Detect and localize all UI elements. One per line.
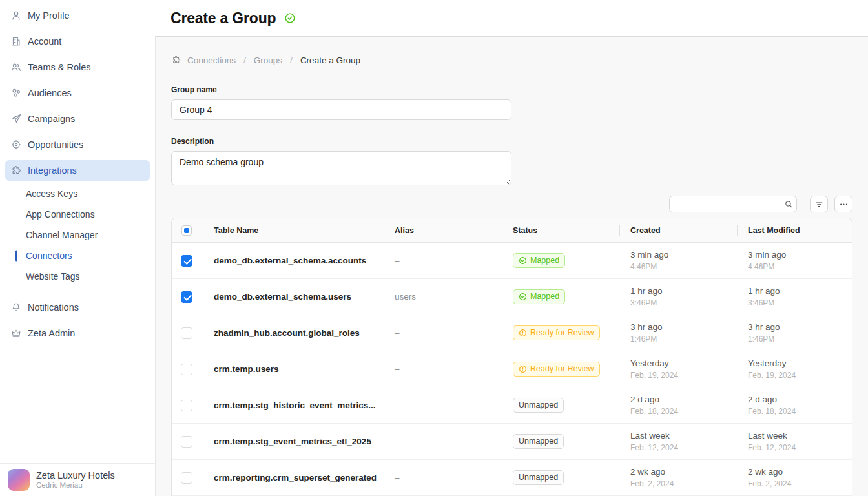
row-checkbox[interactable] bbox=[181, 291, 192, 303]
row-checkbox[interactable] bbox=[181, 327, 192, 339]
table-row[interactable]: crm.temp.stg_event_metrics_etl_2025 – Un… bbox=[172, 424, 852, 460]
row-checkbox[interactable] bbox=[181, 400, 192, 411]
created-cell: 1 hr ago 3:46PM bbox=[619, 286, 737, 307]
description-textarea[interactable]: Demo schema group bbox=[171, 151, 512, 185]
sidebar-item-label: Integrations bbox=[28, 165, 77, 176]
modified-absolute: Feb. 2, 2024 bbox=[748, 479, 852, 488]
bell-icon bbox=[10, 302, 22, 313]
row-checkbox[interactable] bbox=[181, 436, 192, 448]
table-row[interactable]: zhadmin_hub.account.global_roles – Ready… bbox=[172, 315, 852, 351]
created-cell: 2 wk ago Feb. 2, 2024 bbox=[619, 467, 737, 488]
breadcrumb-connections[interactable]: Connections bbox=[187, 56, 236, 65]
sidebar-subitem-app-connections[interactable]: App Connections bbox=[0, 204, 155, 225]
row-checkbox[interactable] bbox=[181, 364, 192, 375]
audience-circles-icon bbox=[10, 87, 22, 99]
sidebar-subitem-connectors[interactable]: Connectors bbox=[0, 245, 155, 266]
status-label: Ready for Review bbox=[530, 365, 594, 373]
table-name: demo_db.external_schema.accounts bbox=[202, 256, 384, 265]
sidebar-item-integrations[interactable]: Integrations bbox=[5, 160, 150, 181]
column-header-alias[interactable]: Alias bbox=[384, 218, 502, 242]
table-row[interactable]: crm.reporting.crm_superset_generated – U… bbox=[172, 460, 852, 496]
group-name-input[interactable] bbox=[171, 99, 512, 120]
table-name: crm.temp.users bbox=[202, 364, 384, 374]
main-area: Create a Group Connections / Groups / Cr… bbox=[155, 0, 868, 496]
status-badge: Ready for Review bbox=[513, 362, 600, 377]
status-label: Ready for Review bbox=[530, 329, 594, 337]
created-absolute: 3:46PM bbox=[630, 298, 737, 307]
sidebar-item-zeta-admin[interactable]: Zeta Admin bbox=[0, 320, 155, 346]
modified-relative: 2 wk ago bbox=[748, 467, 852, 477]
sidebar-subitem-access-keys[interactable]: Access Keys bbox=[0, 183, 155, 204]
more-actions-button[interactable] bbox=[834, 196, 852, 212]
account-switcher[interactable]: Zeta Luxury Hotels Cedric Meriau bbox=[0, 463, 155, 496]
sidebar-item-notifications[interactable]: Notifications bbox=[0, 294, 155, 320]
sidebar-subitem-channel-manager[interactable]: Channel Manager bbox=[0, 225, 155, 245]
modified-cell: 2 d ago Feb. 18, 2024 bbox=[737, 395, 852, 416]
sidebar-item-account[interactable]: Account bbox=[0, 28, 155, 54]
alias-value: – bbox=[384, 364, 502, 374]
search-icon[interactable] bbox=[780, 196, 796, 212]
modified-relative: Yesterday bbox=[748, 358, 852, 369]
sidebar-item-campaigns[interactable]: Campaigns bbox=[0, 106, 155, 132]
modified-relative: 3 min ago bbox=[748, 250, 852, 260]
sidebar-item-my-profile[interactable]: My Profile bbox=[0, 3, 155, 28]
filter-button[interactable] bbox=[810, 196, 828, 212]
sidebar-item-teams-roles[interactable]: Teams & Roles bbox=[0, 54, 155, 80]
user-icon bbox=[10, 10, 22, 21]
created-absolute: Feb. 12, 2024 bbox=[630, 443, 737, 452]
page-header: Create a Group bbox=[155, 0, 868, 37]
sidebar-item-label: Audiences bbox=[28, 88, 72, 98]
row-checkbox[interactable] bbox=[181, 472, 192, 484]
sidebar-item-opportunities[interactable]: Opportunities bbox=[0, 132, 155, 158]
created-absolute: Feb. 18, 2024 bbox=[630, 407, 737, 416]
puzzle-icon bbox=[10, 165, 22, 176]
modified-relative: 2 d ago bbox=[748, 395, 852, 405]
app-window: My Profile Account Teams & Roles Audienc… bbox=[0, 0, 868, 496]
table-row[interactable]: crm.temp.users – Ready for Review Yester… bbox=[172, 351, 852, 388]
created-relative: 2 d ago bbox=[630, 395, 737, 405]
status-label: Unmapped bbox=[519, 473, 558, 482]
sidebar-item-audiences[interactable]: Audiences bbox=[0, 80, 155, 106]
breadcrumb-separator: / bbox=[288, 56, 294, 65]
status-badge: Unmapped bbox=[513, 470, 564, 485]
row-checkbox[interactable] bbox=[181, 255, 192, 267]
account-info: Zeta Luxury Hotels Cedric Meriau bbox=[36, 470, 115, 490]
column-header-status[interactable]: Status bbox=[502, 218, 619, 242]
content-area: Connections / Groups / Create a Group Gr… bbox=[155, 37, 868, 496]
search-input[interactable] bbox=[670, 196, 780, 212]
status-badge: Mapped bbox=[513, 253, 565, 268]
sidebar-subitem-website-tags[interactable]: Website Tags bbox=[0, 266, 155, 287]
paper-plane-icon bbox=[10, 113, 22, 125]
ellipsis-icon bbox=[839, 200, 849, 209]
modified-relative: 1 hr ago bbox=[748, 286, 852, 296]
alias-value: – bbox=[384, 328, 502, 338]
badge-alert-icon bbox=[519, 365, 527, 373]
table-toolbar bbox=[171, 196, 852, 212]
modified-absolute: 4:46PM bbox=[748, 262, 852, 271]
filter-icon bbox=[814, 200, 824, 209]
column-header-table-name[interactable]: Table Name bbox=[202, 218, 384, 242]
created-relative: 3 hr ago bbox=[630, 322, 737, 333]
table-row[interactable]: demo_db.external_schema.accounts – Mappe… bbox=[172, 243, 852, 279]
user-name: Cedric Meriau bbox=[36, 481, 115, 490]
table-row[interactable]: demo_db.external_schema.users users Mapp… bbox=[172, 279, 852, 315]
modified-relative: 3 hr ago bbox=[748, 322, 852, 333]
target-icon bbox=[10, 139, 22, 150]
sidebar-item-label: Campaigns bbox=[28, 114, 75, 124]
column-header-last-modified[interactable]: Last Modified bbox=[737, 218, 852, 242]
status-label: Unmapped bbox=[519, 401, 558, 409]
modified-absolute: Feb. 12, 2024 bbox=[748, 443, 852, 452]
status-label: Unmapped bbox=[519, 437, 558, 446]
tables-list: Table Name Alias Status Created Last Mod… bbox=[171, 218, 852, 496]
breadcrumb-groups[interactable]: Groups bbox=[254, 56, 282, 65]
status-label: Mapped bbox=[530, 256, 559, 265]
breadcrumb-current: Create a Group bbox=[300, 56, 360, 65]
column-header-created[interactable]: Created bbox=[619, 218, 737, 242]
table-row[interactable]: crm.temp.stg_historic_event_metrics... –… bbox=[172, 388, 852, 424]
select-all-checkbox[interactable] bbox=[181, 225, 192, 236]
created-absolute: 1:46PM bbox=[630, 335, 737, 344]
modified-absolute: Feb. 18, 2024 bbox=[748, 407, 852, 416]
nav-gap bbox=[0, 287, 155, 294]
modified-cell: 1 hr ago 3:46PM bbox=[737, 286, 852, 307]
created-relative: 2 wk ago bbox=[630, 467, 737, 477]
